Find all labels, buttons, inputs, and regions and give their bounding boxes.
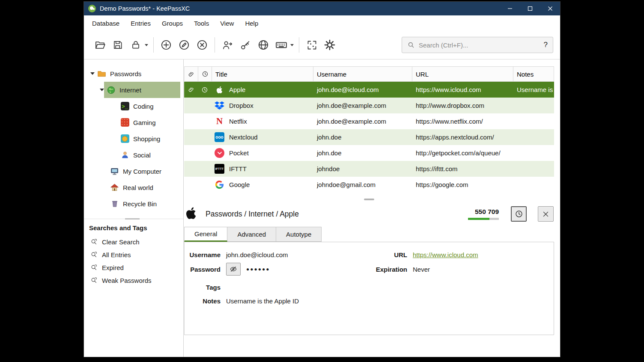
group-gaming[interactable]: Gaming xyxy=(84,114,183,131)
password-generator-button[interactable] xyxy=(303,35,321,55)
open-url-button[interactable] xyxy=(254,35,272,55)
close-button[interactable] xyxy=(540,2,560,15)
close-preview-button[interactable] xyxy=(538,206,554,222)
notes-cell xyxy=(513,113,554,129)
menu-view[interactable]: View xyxy=(215,17,239,30)
notes-column-header[interactable]: Notes xyxy=(513,67,554,81)
group-coding[interactable]: >_ Coding xyxy=(84,98,183,114)
entry-title: Dropbox xyxy=(229,102,253,109)
menu-groups[interactable]: Groups xyxy=(156,17,188,30)
search-input[interactable] xyxy=(419,42,540,49)
username-column-header[interactable]: Username xyxy=(313,67,412,81)
url-column-header[interactable]: URL xyxy=(412,67,513,81)
group-my-computer[interactable]: My Computer xyxy=(84,163,183,179)
lock-database-button[interactable] xyxy=(127,35,145,55)
entry-row-dropbox[interactable]: Dropbox john.doe@example.com http://www.… xyxy=(184,98,554,113)
menu-entries[interactable]: Entries xyxy=(125,17,156,30)
menu-help[interactable]: Help xyxy=(239,17,264,30)
url-link[interactable]: https://www.icloud.com xyxy=(413,251,478,258)
entry-row-pocket[interactable]: Pocket john.doe http://getpocket.com/a/q… xyxy=(184,145,554,161)
menu-database[interactable]: Database xyxy=(86,17,125,30)
totp-cell xyxy=(198,82,212,98)
tab-general[interactable]: General xyxy=(184,227,227,242)
entry-row-ifttt[interactable]: IFTTT IFTTT johndoe https://ifttt.com xyxy=(184,161,554,177)
entry-row-netflix[interactable]: N Netflix john.doe@example.com https://w… xyxy=(184,113,554,129)
perform-autotype-button[interactable] xyxy=(272,35,290,55)
entry-row-google[interactable]: Google johndoe@gmail.com https://google.… xyxy=(184,177,554,193)
copy-password-button[interactable] xyxy=(236,35,254,55)
paperclip-icon xyxy=(188,86,194,93)
edit-entry-button[interactable] xyxy=(175,35,193,55)
copy-username-button[interactable] xyxy=(218,35,236,55)
autotype-dropdown-caret-icon[interactable] xyxy=(290,44,294,46)
paperclip-icon xyxy=(188,71,194,77)
terminal-icon: >_ xyxy=(120,102,129,111)
menu-tools[interactable]: Tools xyxy=(188,17,215,30)
entry-row-apple[interactable]: Apple john.doe@icloud.com https://www.ic… xyxy=(184,82,554,98)
title-cell: Pocket xyxy=(212,145,313,161)
notes-row: Notes Username is the Apple ID xyxy=(185,294,554,308)
group-shopping[interactable]: Shopping xyxy=(84,131,183,147)
group-passwords[interactable]: Passwords xyxy=(84,65,183,82)
save-database-button[interactable] xyxy=(109,35,127,55)
lock-dropdown-caret-icon[interactable] xyxy=(145,44,148,46)
google-icon xyxy=(215,180,224,190)
entry-title: Netflix xyxy=(229,118,247,125)
notes-label: Notes xyxy=(185,297,221,305)
searches-and-tags-title: Searches and Tags xyxy=(84,219,183,235)
url-cell: https://www.netflix.com/ xyxy=(412,113,513,129)
globe-icon xyxy=(107,86,116,95)
search-all-entries[interactable]: All Entries xyxy=(84,248,183,261)
group-label: My Computer xyxy=(123,168,161,175)
group-internet[interactable]: Internet xyxy=(84,82,183,98)
notes-cell xyxy=(513,161,554,177)
delete-entry-button[interactable] xyxy=(193,35,211,55)
sidebar-section-splitter[interactable] xyxy=(84,219,183,219)
menubar: Database Entries Groups Tools View Help xyxy=(84,15,560,31)
open-database-button[interactable] xyxy=(91,35,109,55)
folder-icon xyxy=(97,69,106,78)
minimize-button[interactable] xyxy=(500,2,520,15)
title-cell: Google xyxy=(212,177,313,193)
attachment-column-header[interactable] xyxy=(185,67,198,81)
expand-arrow-icon[interactable] xyxy=(90,72,95,75)
dropbox-icon xyxy=(215,101,224,110)
search-clear-search[interactable]: Clear Search xyxy=(84,235,183,248)
clock-icon xyxy=(201,86,208,93)
main-pane: Title Username URL Notes xyxy=(184,59,560,357)
totp-column-header[interactable] xyxy=(198,67,212,81)
entry-preview-header: Passwords / Internet / Apple 550 709 xyxy=(184,204,554,224)
help-button[interactable]: ? xyxy=(544,41,548,49)
group-real-world[interactable]: Real world xyxy=(84,179,183,196)
tab-advanced[interactable]: Advanced xyxy=(227,227,276,242)
settings-button[interactable] xyxy=(321,35,339,55)
entry-table: Title Username URL Notes xyxy=(184,66,554,193)
close-icon xyxy=(543,211,549,217)
group-label: Gaming xyxy=(133,119,156,126)
group-social[interactable]: Social xyxy=(84,147,183,163)
group-label: Shopping xyxy=(133,135,160,142)
title-column-header[interactable]: Title xyxy=(212,67,313,81)
group-sidebar: Passwords Internet >_ Coding xyxy=(84,59,184,357)
attachment-cell xyxy=(184,177,198,193)
totp-display: 550 709 xyxy=(468,208,499,220)
add-entry-button[interactable] xyxy=(157,35,175,55)
notes-value: Username is the Apple ID xyxy=(226,297,299,305)
splitter-handle-icon[interactable] xyxy=(364,199,374,200)
netflix-icon: N xyxy=(215,116,224,126)
tab-autotype[interactable]: Autotype xyxy=(276,227,322,242)
password-value: ●●●●●● xyxy=(246,266,270,272)
panel-splitter[interactable] xyxy=(184,193,554,204)
group-recycle-bin[interactable]: Recycle Bin xyxy=(84,196,183,212)
entry-row-nextcloud[interactable]: ooo Nextcloud john.doe https://apps.next… xyxy=(184,129,554,145)
search-expired[interactable]: Expired xyxy=(84,261,183,274)
reveal-password-button[interactable] xyxy=(226,263,241,276)
search-weak-passwords[interactable]: Weak Passwords xyxy=(84,274,183,287)
totp-button[interactable] xyxy=(511,206,527,222)
shopping-bag-icon xyxy=(120,134,129,143)
title-cell: ooo Nextcloud xyxy=(212,129,313,145)
maximize-button[interactable] xyxy=(520,2,540,15)
username-cell: john.doe@example.com xyxy=(313,113,412,129)
group-label: Coding xyxy=(133,103,154,110)
expand-arrow-icon[interactable] xyxy=(100,89,104,91)
